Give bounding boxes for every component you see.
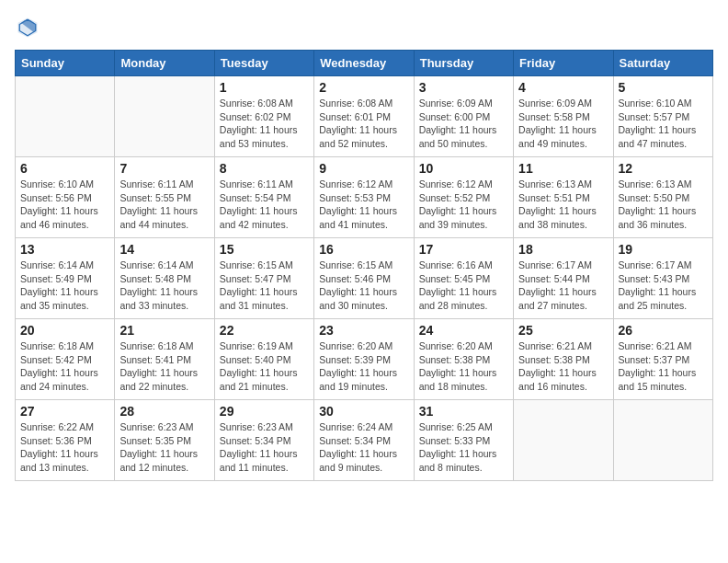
day-info: Sunrise: 6:23 AM Sunset: 5:35 PM Dayligh… [119, 420, 209, 475]
day-number: 13 [20, 242, 109, 257]
calendar-cell: 15Sunrise: 6:15 AM Sunset: 5:47 PM Dayli… [214, 238, 313, 319]
logo [15, 15, 44, 40]
day-number: 8 [220, 161, 309, 176]
day-info: Sunrise: 6:16 AM Sunset: 5:45 PM Dayligh… [419, 259, 508, 313]
calendar-cell: 18Sunrise: 6:17 AM Sunset: 5:44 PM Dayli… [514, 238, 613, 319]
day-number: 9 [319, 161, 408, 176]
day-number: 3 [419, 80, 508, 95]
day-info: Sunrise: 6:12 AM Sunset: 5:52 PM Dayligh… [419, 178, 508, 232]
day-header-saturday: Saturday [613, 51, 712, 76]
day-header-monday: Monday [115, 51, 214, 76]
calendar-cell: 17Sunrise: 6:16 AM Sunset: 5:45 PM Dayli… [414, 238, 513, 319]
calendar-cell: 16Sunrise: 6:15 AM Sunset: 5:46 PM Dayli… [314, 238, 414, 319]
calendar-cell: 1Sunrise: 6:08 AM Sunset: 6:02 PM Daylig… [214, 76, 313, 157]
calendar-cell: 9Sunrise: 6:12 AM Sunset: 5:53 PM Daylig… [314, 157, 414, 238]
calendar-cell: 2Sunrise: 6:08 AM Sunset: 6:01 PM Daylig… [314, 76, 414, 157]
calendar-week-3: 13Sunrise: 6:14 AM Sunset: 5:49 PM Dayli… [16, 238, 713, 319]
calendar-header-row: SundayMondayTuesdayWednesdayThursdayFrid… [16, 51, 713, 76]
calendar-week-2: 6Sunrise: 6:10 AM Sunset: 5:56 PM Daylig… [16, 157, 713, 238]
calendar-cell: 28Sunrise: 6:23 AM Sunset: 5:35 PM Dayli… [115, 400, 214, 481]
day-info: Sunrise: 6:11 AM Sunset: 5:54 PM Dayligh… [220, 178, 309, 232]
day-number: 20 [20, 323, 109, 338]
day-header-tuesday: Tuesday [214, 51, 313, 76]
day-info: Sunrise: 6:08 AM Sunset: 6:01 PM Dayligh… [319, 97, 408, 151]
day-info: Sunrise: 6:14 AM Sunset: 5:49 PM Dayligh… [20, 259, 109, 313]
calendar-cell: 3Sunrise: 6:09 AM Sunset: 6:00 PM Daylig… [414, 76, 513, 157]
calendar-cell [514, 400, 613, 481]
calendar-cell: 14Sunrise: 6:14 AM Sunset: 5:48 PM Dayli… [115, 238, 214, 319]
day-info: Sunrise: 6:20 AM Sunset: 5:39 PM Dayligh… [319, 339, 408, 394]
day-info: Sunrise: 6:25 AM Sunset: 5:33 PM Dayligh… [419, 420, 508, 475]
day-number: 15 [220, 242, 309, 257]
day-header-sunday: Sunday [16, 51, 115, 76]
calendar-cell: 19Sunrise: 6:17 AM Sunset: 5:43 PM Dayli… [613, 238, 712, 319]
calendar-table: SundayMondayTuesdayWednesdayThursdayFrid… [15, 50, 713, 481]
calendar-cell [613, 400, 712, 481]
calendar-cell: 8Sunrise: 6:11 AM Sunset: 5:54 PM Daylig… [214, 157, 313, 238]
day-number: 14 [119, 242, 209, 257]
day-number: 27 [20, 404, 109, 419]
calendar-cell: 25Sunrise: 6:21 AM Sunset: 5:38 PM Dayli… [514, 319, 613, 400]
day-info: Sunrise: 6:14 AM Sunset: 5:48 PM Dayligh… [119, 259, 209, 313]
day-number: 16 [319, 242, 408, 257]
day-number: 18 [518, 242, 608, 257]
calendar-cell [115, 76, 214, 157]
calendar-cell: 6Sunrise: 6:10 AM Sunset: 5:56 PM Daylig… [16, 157, 115, 238]
day-number: 25 [518, 323, 608, 338]
calendar-cell: 4Sunrise: 6:09 AM Sunset: 5:58 PM Daylig… [514, 76, 613, 157]
day-info: Sunrise: 6:17 AM Sunset: 5:44 PM Dayligh… [518, 259, 608, 313]
day-info: Sunrise: 6:18 AM Sunset: 5:42 PM Dayligh… [20, 339, 109, 394]
calendar-cell [16, 76, 115, 157]
day-info: Sunrise: 6:10 AM Sunset: 5:57 PM Dayligh… [619, 97, 708, 151]
day-number: 10 [419, 161, 508, 176]
day-number: 17 [419, 242, 508, 257]
calendar-week-4: 20Sunrise: 6:18 AM Sunset: 5:42 PM Dayli… [16, 319, 713, 400]
day-number: 24 [419, 323, 508, 338]
day-info: Sunrise: 6:11 AM Sunset: 5:55 PM Dayligh… [119, 178, 209, 232]
day-info: Sunrise: 6:12 AM Sunset: 5:53 PM Dayligh… [319, 178, 408, 232]
calendar-cell: 30Sunrise: 6:24 AM Sunset: 5:34 PM Dayli… [314, 400, 414, 481]
calendar-cell: 24Sunrise: 6:20 AM Sunset: 5:38 PM Dayli… [414, 319, 513, 400]
day-info: Sunrise: 6:09 AM Sunset: 6:00 PM Dayligh… [419, 97, 508, 151]
calendar-cell: 20Sunrise: 6:18 AM Sunset: 5:42 PM Dayli… [16, 319, 115, 400]
calendar-cell: 5Sunrise: 6:10 AM Sunset: 5:57 PM Daylig… [613, 76, 712, 157]
day-number: 4 [518, 80, 608, 95]
day-number: 12 [619, 161, 708, 176]
day-info: Sunrise: 6:21 AM Sunset: 5:37 PM Dayligh… [619, 339, 708, 394]
calendar-week-1: 1Sunrise: 6:08 AM Sunset: 6:02 PM Daylig… [16, 76, 713, 157]
calendar-week-5: 27Sunrise: 6:22 AM Sunset: 5:36 PM Dayli… [16, 400, 713, 481]
calendar-cell: 23Sunrise: 6:20 AM Sunset: 5:39 PM Dayli… [314, 319, 414, 400]
calendar-cell: 29Sunrise: 6:23 AM Sunset: 5:34 PM Dayli… [214, 400, 313, 481]
day-header-wednesday: Wednesday [314, 51, 414, 76]
calendar-cell: 21Sunrise: 6:18 AM Sunset: 5:41 PM Dayli… [115, 319, 214, 400]
day-info: Sunrise: 6:15 AM Sunset: 5:46 PM Dayligh… [319, 259, 408, 313]
day-number: 5 [619, 80, 708, 95]
day-number: 11 [518, 161, 608, 176]
day-number: 6 [20, 161, 109, 176]
day-number: 1 [220, 80, 309, 95]
day-info: Sunrise: 6:17 AM Sunset: 5:43 PM Dayligh… [619, 259, 708, 313]
day-number: 22 [220, 323, 309, 338]
calendar-cell: 10Sunrise: 6:12 AM Sunset: 5:52 PM Dayli… [414, 157, 513, 238]
day-header-friday: Friday [514, 51, 613, 76]
day-info: Sunrise: 6:20 AM Sunset: 5:38 PM Dayligh… [419, 339, 508, 394]
calendar-cell: 22Sunrise: 6:19 AM Sunset: 5:40 PM Dayli… [214, 319, 313, 400]
day-info: Sunrise: 6:24 AM Sunset: 5:34 PM Dayligh… [319, 420, 408, 475]
day-number: 19 [619, 242, 708, 257]
day-number: 30 [319, 404, 408, 419]
day-info: Sunrise: 6:10 AM Sunset: 5:56 PM Dayligh… [20, 178, 109, 232]
day-info: Sunrise: 6:13 AM Sunset: 5:51 PM Dayligh… [518, 178, 608, 232]
day-info: Sunrise: 6:15 AM Sunset: 5:47 PM Dayligh… [220, 259, 309, 313]
logo-icon [15, 15, 40, 40]
day-number: 7 [119, 161, 209, 176]
calendar-cell: 7Sunrise: 6:11 AM Sunset: 5:55 PM Daylig… [115, 157, 214, 238]
day-number: 28 [119, 404, 209, 419]
day-number: 31 [419, 404, 508, 419]
day-info: Sunrise: 6:08 AM Sunset: 6:02 PM Dayligh… [220, 97, 309, 151]
calendar-cell: 12Sunrise: 6:13 AM Sunset: 5:50 PM Dayli… [613, 157, 712, 238]
day-info: Sunrise: 6:09 AM Sunset: 5:58 PM Dayligh… [518, 97, 608, 151]
calendar-cell: 31Sunrise: 6:25 AM Sunset: 5:33 PM Dayli… [414, 400, 513, 481]
day-number: 29 [220, 404, 309, 419]
calendar-cell: 26Sunrise: 6:21 AM Sunset: 5:37 PM Dayli… [613, 319, 712, 400]
day-info: Sunrise: 6:13 AM Sunset: 5:50 PM Dayligh… [619, 178, 708, 232]
